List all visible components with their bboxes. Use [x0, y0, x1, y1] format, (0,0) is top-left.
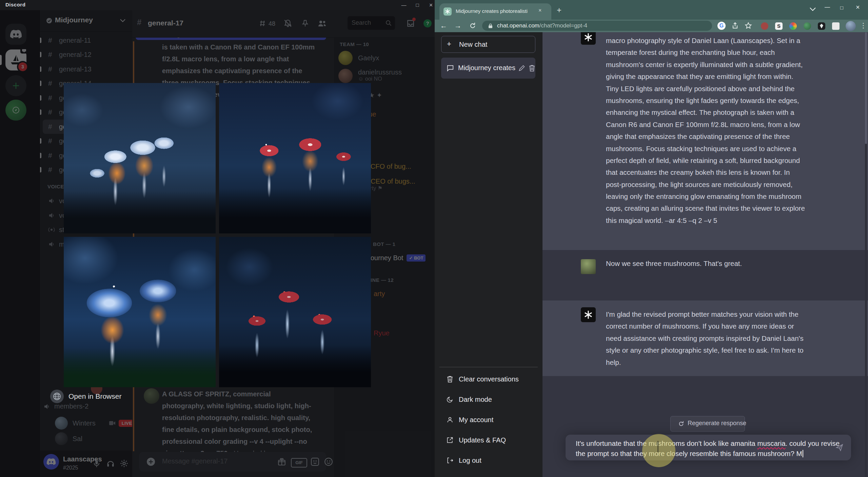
lock-icon	[488, 23, 493, 28]
openai-logo-icon	[445, 9, 450, 14]
chat-history-item[interactable]: Midjourney creates pho	[441, 58, 535, 79]
extension-icon-1[interactable]	[761, 22, 768, 30]
delete-trash-icon[interactable]	[529, 64, 535, 72]
misspelled-word: muscaria	[757, 439, 785, 447]
mushroom-image-quadrant-1[interactable]	[64, 83, 216, 233]
chatgpt-sidebar: + New chat Midjourney creates pho Clear …	[435, 32, 542, 477]
assistant-message-text: I'm glad the revised prompt better match…	[606, 308, 804, 368]
reload-icon[interactable]	[469, 22, 476, 29]
user-message: Now we see three mushrooms. That's great…	[542, 250, 868, 300]
share-icon[interactable]	[732, 22, 738, 29]
tab-favicon	[443, 7, 452, 16]
discord-window: 3 Midjourney #general-11 #general-12 #ge…	[0, 0, 435, 477]
close-button[interactable]: ×	[426, 1, 435, 9]
maximize-button[interactable]: □	[840, 5, 843, 11]
logout-icon	[447, 457, 453, 464]
chat-title: Midjourney creates pho	[458, 64, 516, 72]
openai-logo-icon	[584, 33, 593, 42]
user-avatar	[581, 259, 596, 274]
mushroom-image-quadrant-4[interactable]	[219, 237, 371, 387]
tab-close-icon[interactable]: ×	[538, 7, 541, 14]
google-account-icon[interactable]: G	[717, 22, 726, 30]
chat-input[interactable]: It's unfortunate that the mushrooms don'…	[566, 435, 851, 460]
send-icon[interactable]	[835, 443, 844, 452]
browser-tab[interactable]: Midjourney creates photorealisti ×	[439, 3, 551, 20]
extension-icon-2[interactable]: S	[775, 22, 783, 30]
regenerate-response-button[interactable]: Regenerate response	[670, 416, 745, 432]
new-tab-button[interactable]: +	[557, 5, 561, 15]
forward-icon[interactable]: →	[454, 22, 461, 29]
extension-icon-5[interactable]	[818, 22, 825, 30]
external-link-icon	[447, 437, 453, 443]
openai-logo-icon	[584, 310, 593, 319]
ibeam-cursor	[657, 441, 658, 452]
address-bar[interactable]: chat.openai.com/chat?model=gpt-4	[482, 21, 712, 31]
cursor-highlight	[642, 434, 675, 467]
globe-icon	[53, 392, 61, 400]
rename-pencil-icon[interactable]	[518, 65, 525, 71]
trash-icon	[447, 375, 453, 383]
screen: 3 Midjourney #general-11 #general-12 #ge…	[0, 0, 868, 477]
user-icon	[447, 416, 453, 423]
extension-icon-6[interactable]	[832, 22, 840, 30]
scrollbar-track[interactable]	[865, 32, 867, 477]
bookmark-star-icon[interactable]	[745, 22, 752, 29]
assistant-message: I'm glad the revised prompt better match…	[542, 300, 868, 376]
assistant-message-text: macro photography style of Daniel Laan (…	[606, 35, 805, 226]
minimize-button[interactable]: —	[825, 4, 830, 10]
chat-bubble-icon	[447, 64, 454, 72]
browser-menu-icon[interactable]: ⋮	[860, 21, 867, 29]
assistant-avatar	[581, 32, 596, 45]
close-button[interactable]: ×	[856, 3, 860, 11]
sidebar-item-clear-conversations[interactable]: Clear conversations	[441, 370, 535, 388]
scrollbar-thumb[interactable]	[865, 32, 867, 144]
back-icon[interactable]: ←	[440, 22, 447, 29]
plus-icon: +	[447, 40, 451, 48]
sidebar-item-log-out[interactable]: Log out	[441, 452, 535, 469]
minimize-button[interactable]: —	[399, 1, 409, 9]
browser-toolbar: ← → chat.openai.com/chat?model=gpt-4 G S…	[435, 20, 868, 32]
browser-window: Midjourney creates photorealisti × + — □…	[435, 0, 868, 477]
window-chevron-icon[interactable]	[810, 7, 816, 11]
discord-titleb ar: Discord — □ ×	[0, 0, 435, 10]
url-host: chat.openai.com	[497, 22, 539, 29]
sidebar-divider	[439, 367, 538, 367]
sidebar-item-dark-mode[interactable]: Dark mode	[441, 391, 535, 408]
assistant-message: macro photography style of Daniel Laan (…	[542, 32, 868, 250]
open-in-browser-link[interactable]: Open in Browser	[68, 392, 121, 400]
mushroom-image-quadrant-2[interactable]	[219, 83, 371, 233]
new-chat-button[interactable]: + New chat	[441, 36, 535, 53]
mushroom-image-quadrant-3[interactable]	[64, 237, 216, 387]
text-cursor	[803, 450, 803, 457]
sidebar-item-updates-faq[interactable]: Updates & FAQ	[441, 431, 535, 449]
user-message-text: Now we see three mushrooms. That's great…	[606, 257, 742, 269]
app-title: Discord	[5, 2, 25, 7]
open-in-browser-icon	[50, 390, 64, 403]
refresh-icon	[678, 421, 684, 427]
extension-icon-4[interactable]	[804, 22, 811, 30]
extension-icon-3[interactable]	[789, 22, 797, 30]
profile-avatar[interactable]	[846, 21, 856, 31]
assistant-avatar	[581, 307, 596, 322]
maximize-button[interactable]: □	[412, 1, 422, 9]
chatgpt-page: macro photography style of Daniel Laan (…	[435, 32, 868, 477]
sidebar-item-my-account[interactable]: My account	[441, 411, 535, 429]
url-path: /chat?model=gpt-4	[539, 22, 587, 29]
moon-icon	[447, 396, 453, 403]
tab-title: Midjourney creates photorealisti	[456, 8, 528, 14]
tab-strip: Midjourney creates photorealisti × + — □…	[435, 0, 868, 20]
